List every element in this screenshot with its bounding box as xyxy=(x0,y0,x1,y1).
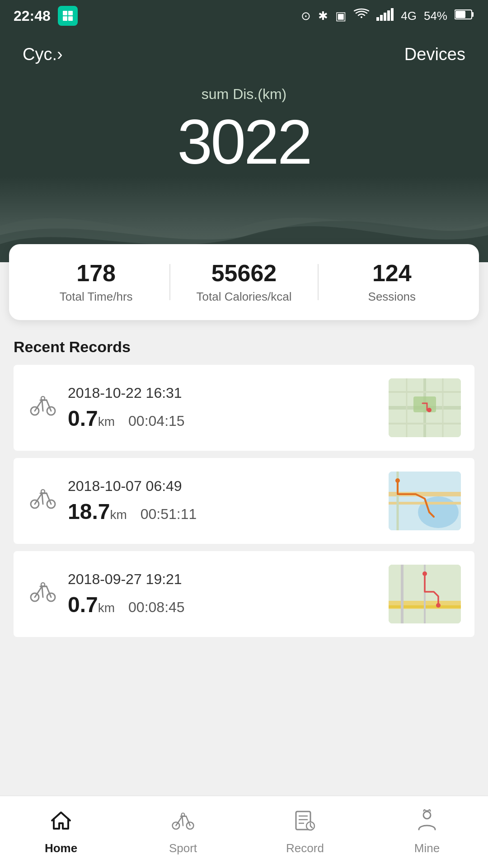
stats-card: 178 Total Time/hrs 55662 Total Calories/… xyxy=(9,244,479,320)
vibrate-icon: ▣ xyxy=(335,9,347,23)
nav-label-home: Home xyxy=(45,841,77,855)
svg-rect-8 xyxy=(391,8,394,21)
svg-rect-4 xyxy=(376,17,379,21)
hero-value: 3022 xyxy=(0,107,488,177)
nav-label-mine: Mine xyxy=(414,841,440,855)
record-map-3 xyxy=(389,565,461,623)
svg-rect-10 xyxy=(472,12,474,17)
stat-sessions: 124 Sessions xyxy=(319,260,465,304)
svg-point-14 xyxy=(41,396,45,400)
bluetooth-icon: ✱ xyxy=(318,9,328,23)
svg-point-35 xyxy=(41,583,45,586)
svg-point-23 xyxy=(427,408,432,412)
status-time: 22:48 xyxy=(14,8,51,24)
stat-total-time-label: Total Time/hrs xyxy=(23,290,169,304)
record-date-1: 2018-10-22 16:31 xyxy=(68,385,380,401)
record-duration-1: 00:04:15 xyxy=(128,413,185,429)
battery-icon xyxy=(455,9,474,23)
status-bar: 22:48 ⊙ ✱ ▣ xyxy=(0,0,488,32)
nav-item-record[interactable]: Record xyxy=(244,796,366,868)
header: Cyc.› Devices xyxy=(0,32,488,72)
record-stats-2: 18.7km 00:51:11 xyxy=(68,499,380,524)
svg-rect-7 xyxy=(387,10,390,21)
record-item-1[interactable]: 2018-10-22 16:31 0.7km 00:04:15 xyxy=(14,365,474,451)
record-distance-3: 0.7km xyxy=(68,592,115,617)
svg-point-45 xyxy=(182,813,185,816)
record-icon xyxy=(293,809,317,838)
home-icon xyxy=(49,809,73,838)
stat-calories-value: 55662 xyxy=(170,260,317,286)
hero-label: sum Dis.(km) xyxy=(0,86,488,103)
recent-section: Recent Records 2018-10-22 16:31 0.7km xyxy=(0,320,488,653)
record-content-2: 2018-10-07 06:49 18.7km 00:51:11 xyxy=(68,478,380,524)
bottom-nav: Home Sport xyxy=(0,796,488,868)
record-stats-3: 0.7km 00:08:45 xyxy=(68,592,380,617)
svg-point-42 xyxy=(436,603,441,608)
svg-rect-22 xyxy=(413,396,436,412)
svg-rect-5 xyxy=(380,15,383,21)
stat-sessions-label: Sessions xyxy=(319,290,465,304)
status-right: ⊙ ✱ ▣ 4G 54% xyxy=(301,8,474,24)
svg-rect-11 xyxy=(455,11,465,18)
stat-total-time: 178 Total Time/hrs xyxy=(23,260,169,304)
nav-item-home[interactable]: Home xyxy=(0,796,122,868)
record-date-3: 2018-09-27 19:21 xyxy=(68,571,380,588)
svg-point-26 xyxy=(41,490,45,493)
record-map-2 xyxy=(389,472,461,530)
battery-percent: 54% xyxy=(424,9,447,23)
wifi-icon xyxy=(354,8,369,24)
svg-rect-6 xyxy=(384,13,386,21)
record-distance-2: 18.7km xyxy=(68,499,127,524)
location-icon: ⊙ xyxy=(301,9,311,23)
svg-point-32 xyxy=(395,478,400,483)
record-map-1 xyxy=(389,378,461,437)
status-left: 22:48 xyxy=(14,6,78,26)
svg-point-54 xyxy=(423,811,431,819)
cycle-icon-1 xyxy=(27,394,59,422)
nav-item-sport[interactable]: Sport xyxy=(122,796,244,868)
svg-rect-3 xyxy=(68,16,73,21)
svg-point-28 xyxy=(418,496,459,528)
record-stats-1: 0.7km 00:04:15 xyxy=(68,406,380,431)
record-item-2[interactable]: 2018-10-07 06:49 18.7km 00:51:11 xyxy=(14,458,474,544)
record-content-1: 2018-10-22 16:31 0.7km 00:04:15 xyxy=(68,385,380,431)
mine-icon xyxy=(415,809,439,838)
svg-rect-0 xyxy=(63,11,67,15)
record-date-2: 2018-10-07 06:49 xyxy=(68,478,380,495)
record-item-3[interactable]: 2018-09-27 19:21 0.7km 00:08:45 xyxy=(14,551,474,637)
record-content-3: 2018-09-27 19:21 0.7km 00:08:45 xyxy=(68,571,380,617)
stat-sessions-value: 124 xyxy=(319,260,465,286)
sport-icon xyxy=(171,809,195,838)
record-duration-2: 00:51:11 xyxy=(141,506,197,523)
stat-calories: 55662 Total Calories/kcal xyxy=(170,260,317,304)
header-title[interactable]: Cyc.› xyxy=(23,45,63,64)
stat-calories-label: Total Calories/kcal xyxy=(170,290,317,304)
recent-title: Recent Records xyxy=(14,338,474,356)
signal-icon xyxy=(376,8,394,24)
cycle-icon-3 xyxy=(27,580,59,608)
stat-total-time-value: 178 xyxy=(23,260,169,286)
nav-label-record: Record xyxy=(286,841,324,855)
record-distance-1: 0.7km xyxy=(68,406,115,431)
network-type: 4G xyxy=(401,9,417,23)
nav-item-mine[interactable]: Mine xyxy=(366,796,488,868)
nav-label-sport: Sport xyxy=(169,841,197,855)
svg-point-41 xyxy=(422,571,427,576)
svg-rect-2 xyxy=(63,16,67,21)
record-duration-3: 00:08:45 xyxy=(128,599,185,616)
main-content: 178 Total Time/hrs 55662 Total Calories/… xyxy=(0,244,488,730)
devices-button[interactable]: Devices xyxy=(404,45,465,64)
svg-rect-1 xyxy=(68,11,73,15)
app-icon xyxy=(58,6,78,26)
cycle-icon-2 xyxy=(27,487,59,515)
hero-section: sum Dis.(km) 3022 xyxy=(0,72,488,262)
